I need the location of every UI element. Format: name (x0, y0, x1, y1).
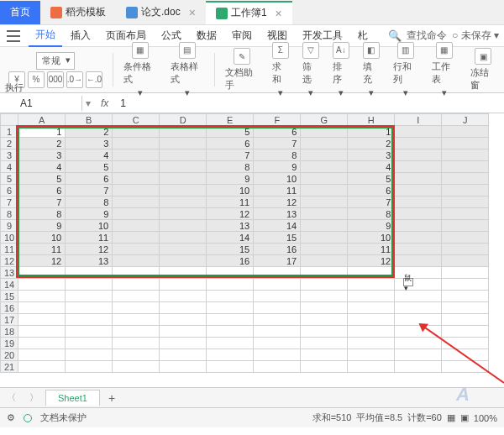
cell-E8[interactable]: 12 (207, 208, 254, 220)
col-header-C[interactable]: C (113, 114, 160, 126)
cell-E9[interactable]: 13 (207, 220, 254, 232)
cell-E5[interactable]: 9 (207, 173, 254, 185)
cell-G10[interactable] (301, 232, 348, 244)
cell-G12[interactable] (301, 255, 348, 267)
cell-C14[interactable] (113, 279, 160, 291)
cell-C21[interactable] (113, 361, 160, 373)
cell-G21[interactable] (301, 361, 348, 373)
cell-E15[interactable] (207, 291, 254, 302)
cell-H6[interactable]: 6 (348, 185, 395, 197)
cell-I9[interactable] (395, 220, 442, 232)
group-sum[interactable]: Σ 求和▾ (269, 42, 292, 98)
cell-J14[interactable] (442, 279, 489, 291)
cell-B4[interactable]: 5 (66, 161, 113, 173)
cell-J7[interactable] (442, 197, 489, 208)
ribbon-insert[interactable]: 插入 (64, 25, 97, 46)
cell-H19[interactable] (348, 338, 395, 349)
cell-J10[interactable] (442, 232, 489, 244)
row-header-12[interactable]: 12 (1, 255, 18, 267)
cell-D5[interactable] (160, 173, 207, 185)
cell-I7[interactable] (395, 197, 442, 208)
cell-G1[interactable] (301, 126, 348, 138)
cell-J4[interactable] (442, 161, 489, 173)
cell-F20[interactable] (254, 349, 301, 361)
cell-G5[interactable] (301, 173, 348, 185)
tab-doc1[interactable]: 论文.doc× (116, 1, 206, 24)
name-box[interactable]: A1 (15, 96, 82, 111)
cell-D13[interactable] (160, 267, 207, 279)
cell-J16[interactable] (442, 302, 489, 314)
cell-A5[interactable]: 5 (18, 173, 66, 185)
cell-G15[interactable] (301, 291, 348, 302)
tab-template[interactable]: 稻壳模板 (40, 1, 116, 24)
cell-A4[interactable]: 4 (18, 161, 66, 173)
col-header-E[interactable]: E (207, 114, 254, 126)
dropdown-icon[interactable]: ▾ (82, 97, 94, 109)
search-label[interactable]: 查找命令 (407, 29, 447, 43)
cell-I16[interactable] (395, 302, 442, 314)
cell-E6[interactable]: 10 (207, 185, 254, 197)
cell-F11[interactable]: 16 (254, 244, 301, 255)
cell-G9[interactable] (301, 220, 348, 232)
cell-H14[interactable] (348, 279, 395, 291)
cell-D19[interactable] (160, 338, 207, 349)
row-header-13[interactable]: 13 (1, 267, 18, 279)
cell-D12[interactable] (160, 255, 207, 267)
cell-D9[interactable] (160, 220, 207, 232)
cell-I15[interactable] (395, 291, 442, 302)
cell-F1[interactable]: 6 (254, 126, 301, 138)
cell-J11[interactable] (442, 244, 489, 255)
ribbon-review[interactable]: 审阅 (225, 25, 259, 46)
cell-B12[interactable]: 13 (66, 255, 113, 267)
cell-C16[interactable] (113, 302, 160, 314)
cell-G19[interactable] (301, 338, 348, 349)
cell-F13[interactable] (254, 267, 301, 279)
cell-G3[interactable] (301, 149, 348, 161)
cell-A1[interactable]: 1 (18, 126, 66, 138)
cell-A15[interactable] (18, 291, 66, 302)
cell-D7[interactable] (160, 197, 207, 208)
search-icon[interactable]: 🔍 (388, 29, 402, 42)
row-header-15[interactable]: 15 (1, 291, 18, 302)
cell-D18[interactable] (160, 326, 207, 338)
cell-D20[interactable] (160, 349, 207, 361)
cell-B19[interactable] (66, 338, 113, 349)
group-freeze[interactable]: ▣ 冻结窗 (467, 48, 499, 92)
cell-I13[interactable] (395, 267, 442, 279)
cell-E18[interactable] (207, 326, 254, 338)
cell-I11[interactable] (395, 244, 442, 255)
cell-J1[interactable] (442, 126, 489, 138)
cell-C17[interactable] (113, 314, 160, 326)
number-format-select[interactable]: 常规 (36, 52, 75, 70)
cell-J15[interactable] (442, 291, 489, 302)
cell-G16[interactable] (301, 302, 348, 314)
cell-J12[interactable] (442, 255, 489, 267)
group-rowcol[interactable]: ▥ 行和列▾ (390, 42, 422, 98)
cell-B2[interactable]: 3 (66, 138, 113, 149)
cell-J17[interactable] (442, 314, 489, 326)
col-header-A[interactable]: A (18, 114, 66, 126)
row-header-17[interactable]: 17 (1, 314, 18, 326)
cell-E21[interactable] (207, 361, 254, 373)
cell-H20[interactable] (348, 349, 395, 361)
cell-C9[interactable] (113, 220, 160, 232)
cell-D2[interactable] (160, 138, 207, 149)
cell-H8[interactable]: 8 (348, 208, 395, 220)
cell-E16[interactable] (207, 302, 254, 314)
cell-A19[interactable] (18, 338, 66, 349)
cell-F14[interactable] (254, 279, 301, 291)
cell-C1[interactable] (113, 126, 160, 138)
cell-B11[interactable]: 12 (66, 244, 113, 255)
autofill-options[interactable]: 鼠 ▾ (403, 278, 413, 286)
row-header-7[interactable]: 7 (1, 197, 18, 208)
sheet-nav-left[interactable]: 〈 (0, 391, 23, 404)
cell-A6[interactable]: 6 (18, 185, 66, 197)
cell-B6[interactable]: 7 (66, 185, 113, 197)
cell-F4[interactable]: 9 (254, 161, 301, 173)
cell-F17[interactable] (254, 314, 301, 326)
cell-B17[interactable] (66, 314, 113, 326)
cell-E7[interactable]: 11 (207, 197, 254, 208)
cell-A21[interactable] (18, 361, 66, 373)
percent-button[interactable]: % (28, 71, 45, 88)
cell-D11[interactable] (160, 244, 207, 255)
